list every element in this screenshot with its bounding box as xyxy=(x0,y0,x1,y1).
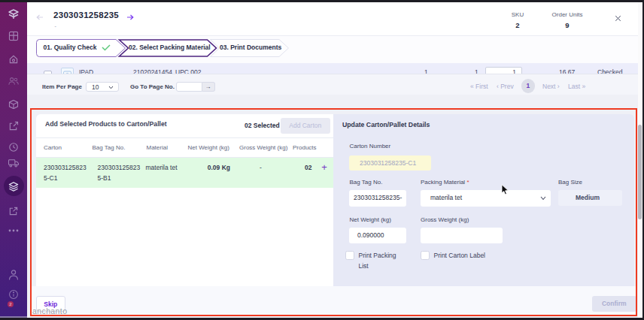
carton-row-bag-tag: 2303031258235-B1 xyxy=(98,163,143,183)
divider xyxy=(36,137,333,138)
products-cube-icon[interactable] xyxy=(9,100,19,110)
carton-panel-title: Add Selected Products to Carton/Pallet xyxy=(45,120,167,128)
carton-number-label: Carton Number xyxy=(350,143,391,149)
external-link-icon[interactable] xyxy=(9,207,19,216)
window-frame-bottom xyxy=(0,318,644,320)
order-units-label: Order Units xyxy=(543,11,591,18)
home-icon[interactable] xyxy=(9,55,19,65)
step-quality-check[interactable]: 01. Quality Check xyxy=(44,44,97,51)
add-product-to-carton-button[interactable]: + xyxy=(319,162,330,173)
app-window: 2 2303031258235 - SKU 2 Order Units 9 xyxy=(0,0,644,320)
product-thumbnail xyxy=(61,68,74,74)
pagination-last[interactable]: Last » xyxy=(568,83,585,90)
chevron-down-icon xyxy=(540,196,546,201)
pagination-prev[interactable]: ‹ Prev xyxy=(497,83,514,90)
col-material: Material xyxy=(147,144,168,151)
carton-row-carton: 2303031258235-C1 xyxy=(44,163,89,183)
items-per-page-label: Item Per Page xyxy=(42,83,82,90)
required-asterisk: * xyxy=(466,179,469,186)
gross-weight-input[interactable] xyxy=(421,228,503,243)
pagination-current-page[interactable]: 1 xyxy=(521,79,536,93)
window-frame-top xyxy=(0,0,644,2)
bag-tag-input[interactable]: 2303031258235- xyxy=(349,190,406,207)
net-weight-label: Net Weight (kg) xyxy=(350,216,391,223)
step-select-packing-material[interactable]: 02. Select Packing Material xyxy=(129,44,211,51)
pagination-first[interactable]: « First xyxy=(470,83,488,90)
confirm-button[interactable]: Confirm xyxy=(592,296,636,312)
sidebar-nav: 2 xyxy=(0,2,27,318)
col-net-weight: Net Weight (kg) xyxy=(188,144,229,151)
col-products: Products xyxy=(293,144,317,151)
anchanto-wordmark: anchanto xyxy=(32,306,67,315)
mouse-cursor xyxy=(501,184,510,197)
carton-row-gross-weight: - xyxy=(260,163,262,174)
sku-label: SKU xyxy=(503,11,533,18)
users-icon[interactable] xyxy=(8,77,19,86)
packing-material-label: Packing Material * xyxy=(421,179,469,186)
export-icon[interactable] xyxy=(9,122,19,131)
pagination-bar: Item Per Page 10 Go To Page No. → « Firs… xyxy=(27,74,638,95)
add-carton-button[interactable]: Add Carton xyxy=(281,118,331,134)
more-dots-icon[interactable] xyxy=(8,229,19,232)
print-packing-list-checkbox[interactable] xyxy=(345,251,355,261)
go-to-page-button[interactable]: → xyxy=(202,82,215,92)
bag-size-value: Medium xyxy=(558,190,622,206)
carton-list-panel: Add Selected Products to Carton/Pallet 0… xyxy=(36,114,333,286)
print-carton-label-label: Print Carton Label xyxy=(434,250,509,261)
order-units-value: 9 xyxy=(543,21,591,29)
carton-details-panel: Update Carton/Pallet Details Carton Numb… xyxy=(333,114,634,286)
bag-tag-label: Bag Tag No. xyxy=(350,179,383,186)
carton-row-products: 02 xyxy=(305,163,311,174)
carton-row-net-weight: 0.09 Kg xyxy=(198,163,230,174)
go-to-page-label: Go To Page No. xyxy=(130,83,175,90)
back-arrow-icon[interactable] xyxy=(36,14,44,20)
chevron-down-icon xyxy=(108,86,114,89)
items-per-page-select[interactable]: 10 xyxy=(86,82,120,92)
product-name: IPAD xyxy=(79,68,93,74)
step-print-documents[interactable]: 03. Print Documents xyxy=(220,44,281,51)
go-to-page-input[interactable] xyxy=(176,82,202,92)
anchanto-logo-icon[interactable] xyxy=(7,8,20,21)
sku-value: 2 xyxy=(503,21,533,29)
notification-badge[interactable]: 2 xyxy=(8,301,14,307)
packing-material-select[interactable]: materila tet xyxy=(421,190,551,207)
packing-material-label-text: Packing Material xyxy=(421,179,465,186)
col-gross-weight: Gross Weight (kg) xyxy=(239,144,287,151)
page-title: 2303031258235 xyxy=(53,11,119,20)
print-packing-list-label: Print Packing List xyxy=(359,250,402,271)
items-per-page-value: 10 xyxy=(92,83,99,91)
carton-row[interactable]: 2303031258235-C1 2303031258235-B1 materi… xyxy=(36,158,333,188)
gross-weight-label: Gross Weight (kg) xyxy=(421,216,469,223)
product-qty-b: 1 xyxy=(475,68,478,74)
details-panel-title: Update Carton/Pallet Details xyxy=(342,121,430,128)
carton-row-material: materila tet xyxy=(146,163,178,174)
title-subtext: - xyxy=(55,23,56,29)
page-header: 2303031258235 - SKU 2 Order Units 9 xyxy=(27,2,638,36)
stepper: 01. Quality Check 02. Select Packing Mat… xyxy=(27,36,638,63)
info-icon[interactable] xyxy=(9,290,19,300)
packing-material-value: materila tet xyxy=(430,194,462,201)
product-price: 16.67 xyxy=(559,68,575,74)
col-carton: Carton xyxy=(44,144,62,151)
close-icon[interactable] xyxy=(615,15,621,22)
selected-count: 02 Selected xyxy=(245,122,280,129)
qty-input[interactable]: 1 xyxy=(485,67,522,74)
print-carton-label-checkbox[interactable] xyxy=(421,251,430,261)
product-status: Checked xyxy=(597,68,623,74)
profile-icon[interactable] xyxy=(8,270,19,281)
history-clock-icon[interactable] xyxy=(9,143,19,152)
product-table-row[interactable]: IPAD 21020241454 UPC 002 1 1 1 16.67 Che… xyxy=(27,63,638,74)
net-weight-input[interactable]: 0.090000 xyxy=(349,228,406,243)
product-sku-code: 21020241454 xyxy=(133,68,172,74)
product-qty-a: 1 xyxy=(424,68,428,74)
col-bag-tag: Bag Tag No. xyxy=(93,144,126,151)
bag-size-label: Bag Size xyxy=(558,179,582,186)
forward-arrow-icon[interactable] xyxy=(126,14,134,20)
truck-icon[interactable] xyxy=(8,158,20,168)
scrollbar-thumb[interactable] xyxy=(638,125,642,219)
dashboard-icon[interactable] xyxy=(9,32,19,41)
modal-footer: Skip Confirm anchanto xyxy=(30,286,637,316)
packing-layers-icon[interactable] xyxy=(8,180,20,192)
carton-number-field[interactable]: 2303031258235-C1 xyxy=(349,155,431,171)
pagination-next[interactable]: Next › xyxy=(542,83,560,90)
